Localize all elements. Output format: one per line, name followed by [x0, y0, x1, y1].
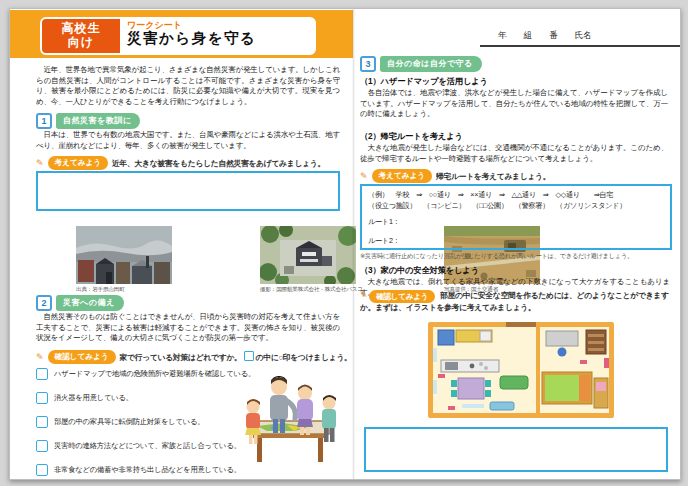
sub2-think-row: ✎ 考えてみよう 帰宅ルートを考えてみましょう。 — [360, 169, 550, 183]
name-field-number-label: 番 — [549, 30, 558, 42]
route-note: ※災害時に通行止めになったり混乱が生じたりする恐れが高いルートは、できるだけ避け… — [360, 252, 633, 261]
checkbox-emergency-supplies[interactable] — [36, 464, 48, 476]
page-fold — [352, 9, 355, 479]
section3-number-badge: 3 — [360, 56, 376, 72]
audience-badge: 高校生 向け — [42, 19, 120, 53]
list-item: 災害時の連絡方法などについて、家族と話し合っている。 — [36, 440, 255, 452]
sub1-heading: （1）ハザードマップを活用しよう — [360, 76, 488, 87]
home-measures-checklist: ハザードマップで地域の危険箇所や避難場所を確認している。 消火器を用意している。… — [36, 368, 255, 486]
check-label: 非常食などの備蓄や非常持ち出し品などを用意している。 — [54, 465, 241, 475]
sub3-check-row: ✎ 確認してみよう 部屋の中に安全な空間を作るためには、どのようなことができます… — [360, 290, 670, 313]
family-hazard-map-illustration — [243, 371, 338, 471]
answer-box-room-safety[interactable] — [364, 427, 668, 472]
intro-paragraph: 近年、世界各地で異常気象が起こり、さまざまな自然災害が発生しています。しかしこれ… — [36, 65, 340, 107]
route2-label[interactable]: ルート2： — [368, 236, 664, 247]
checkbox-family-contact-plan[interactable] — [36, 440, 48, 452]
tsunami-photo-graphic — [76, 226, 172, 284]
pencil-icon: ✎ — [36, 159, 44, 168]
pencil-icon: ✎ — [360, 290, 367, 300]
checkbox-hazard-map[interactable] — [36, 368, 48, 380]
audience-line1: 高校生 — [62, 22, 101, 36]
think-tag: 考えてみよう — [372, 169, 432, 183]
header-strip: 高校生 向け ワークシート 災害から身を守る — [10, 10, 353, 58]
check-label: ハザードマップで地域の危険箇所や避難場所を確認している。 — [54, 369, 255, 379]
sub2-think-prompt: 帰宅ルートを考えてみましょう。 — [436, 171, 550, 182]
check-label: 消火器を用意している。 — [54, 393, 133, 403]
checkbox-fire-extinguisher[interactable] — [36, 392, 48, 404]
name-field-name-label: 氏名 — [575, 30, 592, 42]
check-label: 災害時の連絡方法などについて、家族と話し合っている。 — [54, 441, 241, 451]
list-item: 部屋の中の家具等に転倒防止対策をしている。 — [36, 416, 255, 428]
route-answer-box[interactable]: （例） 学校 ⇒ ○○通り ⇒ ××通り ⇒ △△通り ⇒ ◇◇通り ⇒自宅 （… — [360, 184, 672, 250]
list-item: 非常食などの備蓄や非常持ち出し品などを用意している。 — [36, 464, 255, 476]
list-item: ハザードマップで地域の危険箇所や避難場所を確認している。 — [36, 368, 255, 380]
pencil-icon: ✎ — [36, 353, 44, 362]
inline-checkbox-glyph — [244, 351, 254, 361]
section3-title: 自分の命は自分で守る — [380, 56, 482, 72]
check-tag: 確認してみよう — [48, 350, 116, 364]
checkbox-furniture-anchoring[interactable] — [36, 416, 48, 428]
castle-photo-graphic — [260, 226, 356, 284]
worksheet-title-badge: 高校生 向け ワークシート 災害から身を守る — [40, 17, 316, 55]
list-item: 消火器を用意している。 — [36, 392, 255, 404]
section1-body: 日本は、世界でも有数の地震大国です。また、台風や豪雨などによる洪水や土石流、地す… — [36, 130, 340, 151]
sub1-body: 各自治体では、地震や津波、洪水などが発生した場合に備えて、ハザードマップを作成し… — [360, 88, 668, 120]
section1-think-row: ✎ 考えてみよう 近年、大きな被害をもたらした自然災害をあげてみましょう。 — [36, 156, 325, 170]
answer-box-natural-disasters[interactable] — [36, 171, 340, 211]
title-wrap: ワークシート 災害から身を守る — [120, 19, 314, 53]
section2-body: 自然災害そのものは防ぐことはできませんが、日頃から災害時の対応を考えて住まい方を… — [36, 312, 340, 344]
check-prompt-post: の中に○印をつけましょう。 — [256, 353, 352, 362]
check-label: 部屋の中の家具等に転倒防止対策をしている。 — [54, 417, 204, 427]
section2-title: 災害への備え — [56, 295, 124, 311]
section1-think-prompt: 近年、大きな被害をもたらした自然災害をあげてみましょう。 — [112, 158, 325, 169]
check-prompt-pre: 家で行っている対策はどれですか。 — [120, 353, 242, 362]
audience-line2: 向け — [68, 36, 94, 50]
section3-header: 3 自分の命は自分で守る — [360, 56, 482, 72]
name-field-year-label: 年 — [498, 30, 507, 42]
section1-number-badge: 1 — [36, 113, 52, 129]
page-title: 災害から身を守る — [127, 31, 307, 47]
sub3-heading: （3）家の中の安全対策をしよう — [360, 265, 479, 276]
section1-title: 自然災害を教訓に — [56, 113, 140, 129]
name-field[interactable]: 年 組 番 氏名 — [480, 30, 680, 47]
route-example-line1: （例） 学校 ⇒ ○○通り ⇒ ××通り ⇒ △△通り ⇒ ◇◇通り ⇒自宅 — [368, 190, 664, 201]
photo-tsunami-damage: 出典：岩手県山田町 — [76, 226, 172, 294]
room-floorplan-illustration — [428, 322, 614, 418]
photo-caption: 撮影：国際航業株式会社・株式会社パスコ — [260, 286, 356, 294]
check-tag: 確認してみよう — [369, 290, 435, 303]
section2-check-row: ✎ 確認してみよう 家で行っている対策はどれですか。の中に○印をつけましょう。 — [36, 350, 352, 364]
section2-check-prompt: 家で行っている対策はどれですか。の中に○印をつけましょう。 — [120, 351, 352, 363]
think-tag: 考えてみよう — [48, 156, 108, 170]
sub2-body: 大きな地震が発生した場合などには、交通機関が不通になることがあります。このため、… — [360, 143, 668, 164]
route1-label[interactable]: ルート1： — [368, 217, 664, 228]
photo-castle-damage: 撮影：国際航業株式会社・株式会社パスコ — [260, 226, 356, 294]
section1-header: 1 自然災害を教訓に — [36, 113, 140, 129]
sub2-heading: （2）帰宅ルートを考えよう — [360, 131, 463, 142]
section2-number-badge: 2 — [36, 295, 52, 311]
photo-caption: 出典：岩手県山田町 — [76, 286, 172, 294]
section2-header: 2 災害への備え — [36, 295, 124, 311]
name-field-class-label: 組 — [524, 30, 533, 42]
worksheet-spread: 高校生 向け ワークシート 災害から身を守る 近年、世界各地で異常気象が起こり、… — [9, 8, 681, 480]
pencil-icon: ✎ — [360, 172, 368, 181]
route-example-line2: （役立つ施設） （コンビニ） （□□公園） （警察署） （ガソリンスタンド） — [368, 201, 664, 212]
